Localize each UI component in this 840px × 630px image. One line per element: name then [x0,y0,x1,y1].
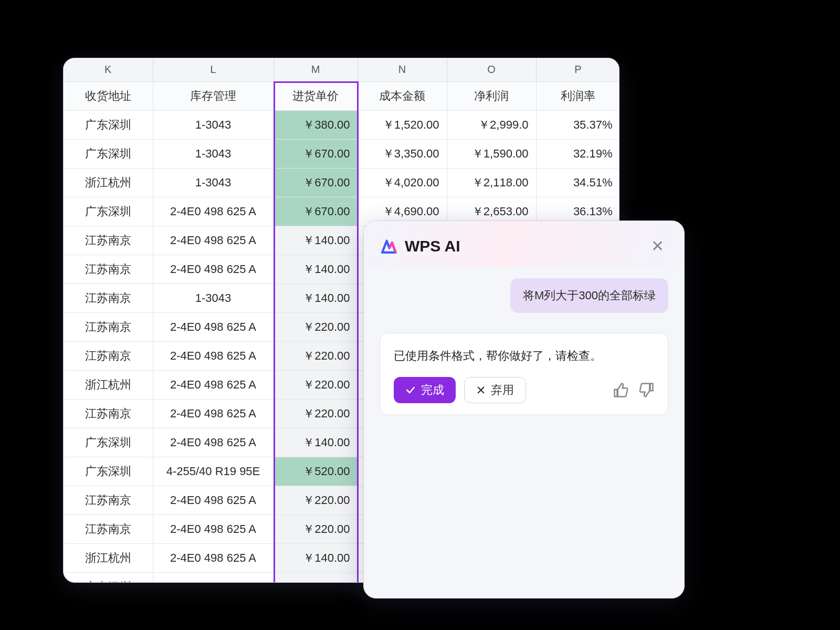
ai-panel-title: WPS AI [380,237,460,255]
col-header-k[interactable]: K [64,58,153,81]
cell-unit-price[interactable]: ￥220.00 [274,572,358,583]
discard-label: 弃用 [491,382,514,398]
cell-unit-price[interactable]: ￥220.00 [274,370,358,399]
cell-address[interactable]: 江苏南京 [64,312,153,341]
cell-unit-price[interactable]: ￥140.00 [274,226,358,255]
cell-address[interactable]: 江苏南京 [64,284,153,312]
cell-unit-price[interactable]: ￥220.00 [274,341,358,370]
cell-inventory[interactable]: 2-4E0 498 625 A [153,255,274,284]
cell-unit-price[interactable]: ￥140.00 [274,255,358,284]
cell-address[interactable]: 广东深圳 [64,572,153,583]
cell-inventory[interactable]: 1-3043 [153,572,274,583]
cell-cost[interactable]: ￥1,520.00 [358,110,447,139]
header-inventory[interactable]: 库存管理 [153,81,274,110]
cell-address[interactable]: 浙江杭州 [64,543,153,572]
cell-profit[interactable]: ￥1,590.00 [447,139,536,168]
cell-unit-price[interactable]: ￥220.00 [274,514,358,543]
cell-inventory[interactable]: 2-4E0 498 625 A [153,341,274,370]
cell-address[interactable]: 江苏南京 [64,514,153,543]
cell-inventory[interactable]: 2-4E0 498 625 A [153,197,274,226]
x-icon [476,385,486,395]
header-cost[interactable]: 成本金额 [358,81,447,110]
col-header-l[interactable]: L [153,58,274,81]
cell-inventory[interactable]: 1-3043 [153,110,274,139]
cell-unit-price[interactable]: ￥140.00 [274,428,358,457]
cell-unit-price[interactable]: ￥220.00 [274,312,358,341]
cell-unit-price[interactable]: ￥670.00 [274,197,358,226]
cell-unit-price[interactable]: ￥140.00 [274,284,358,312]
cell-profit[interactable]: ￥2,999.0 [447,110,536,139]
cell-margin[interactable]: 35.37% [536,110,620,139]
wps-ai-logo-icon [380,237,397,255]
cell-unit-price[interactable]: ￥520.00 [274,457,358,486]
cell-margin[interactable]: 32.19% [536,139,620,168]
cell-address[interactable]: 江苏南京 [64,399,153,428]
cell-inventory[interactable]: 2-4E0 498 625 A [153,312,274,341]
ai-title-text: WPS AI [405,237,460,255]
cell-cost[interactable]: ￥4,020.00 [358,168,447,197]
cell-unit-price[interactable]: ￥220.00 [274,399,358,428]
cell-inventory[interactable]: 2-4E0 498 625 A [153,514,274,543]
header-unit-price[interactable]: 进货单价 [274,81,358,110]
cell-address[interactable]: 广东深圳 [64,197,153,226]
cell-address[interactable]: 广东深圳 [64,110,153,139]
cell-unit-price[interactable]: ￥380.00 [274,110,358,139]
feedback-buttons [613,382,654,398]
done-label: 完成 [421,382,444,398]
cell-inventory[interactable]: 2-4E0 498 625 A [153,486,274,514]
cell-inventory[interactable]: 1-3043 [153,168,274,197]
cell-unit-price[interactable]: ￥140.00 [274,543,358,572]
cell-address[interactable]: 浙江杭州 [64,168,153,197]
column-letter-row: K L M N O P [64,58,620,81]
cell-address[interactable]: 江苏南京 [64,226,153,255]
col-header-o[interactable]: O [447,58,536,81]
cell-inventory[interactable]: 1-3043 [153,139,274,168]
user-prompt-bubble: 将M列大于300的全部标绿 [510,278,668,313]
cell-cost[interactable]: ￥3,350.00 [358,139,447,168]
ai-panel-header: WPS AI ✕ [364,221,684,267]
ai-reply-text: 已使用条件格式，帮你做好了，请检查。 [394,347,654,364]
field-header-row: 收货地址 库存管理 进货单价 成本金额 净利润 利润率 [64,81,620,110]
cell-unit-price[interactable]: ￥670.00 [274,139,358,168]
cell-inventory[interactable]: 2-4E0 498 625 A [153,428,274,457]
cell-inventory[interactable]: 1-3043 [153,284,274,312]
cell-inventory[interactable]: 2-4E0 498 625 A [153,370,274,399]
table-row: 广东深圳1-3043￥380.00￥1,520.00￥2,999.035.37% [64,110,620,139]
cell-address[interactable]: 江苏南京 [64,486,153,514]
discard-button[interactable]: 弃用 [464,377,526,403]
cell-unit-price[interactable]: ￥670.00 [274,168,358,197]
check-icon [405,385,416,395]
table-row: 浙江杭州1-3043￥670.00￥4,020.00￥2,118.0034.51… [64,168,620,197]
col-header-p[interactable]: P [536,58,620,81]
cell-address[interactable]: 江苏南京 [64,255,153,284]
close-icon[interactable]: ✕ [647,235,668,257]
cell-address[interactable]: 广东深圳 [64,428,153,457]
cell-inventory[interactable]: 2-4E0 498 625 A [153,399,274,428]
header-profit[interactable]: 净利润 [447,81,536,110]
cell-profit[interactable]: ￥2,118.00 [447,168,536,197]
thumbs-down-icon[interactable] [638,382,654,398]
col-header-n[interactable]: N [358,58,447,81]
done-button[interactable]: 完成 [394,377,456,403]
cell-address[interactable]: 浙江杭州 [64,370,153,399]
cell-address[interactable]: 江苏南京 [64,341,153,370]
cell-address[interactable]: 广东深圳 [64,457,153,486]
ai-reply-card: 已使用条件格式，帮你做好了，请检查。 完成 弃用 [380,333,668,415]
wps-ai-panel: WPS AI ✕ 将M列大于300的全部标绿 已使用条件格式，帮你做好了，请检查… [363,220,685,598]
cell-inventory[interactable]: 2-4E0 498 625 A [153,543,274,572]
cell-inventory[interactable]: 4-255/40 R19 95E [153,457,274,486]
cell-margin[interactable]: 34.51% [536,168,620,197]
header-margin[interactable]: 利润率 [536,81,620,110]
cell-unit-price[interactable]: ￥220.00 [274,486,358,514]
thumbs-up-icon[interactable] [613,382,629,398]
cell-inventory[interactable]: 2-4E0 498 625 A [153,226,274,255]
table-row: 广东深圳1-3043￥670.00￥3,350.00￥1,590.0032.19… [64,139,620,168]
header-address[interactable]: 收货地址 [64,81,153,110]
col-header-m[interactable]: M [274,58,358,81]
cell-address[interactable]: 广东深圳 [64,139,153,168]
